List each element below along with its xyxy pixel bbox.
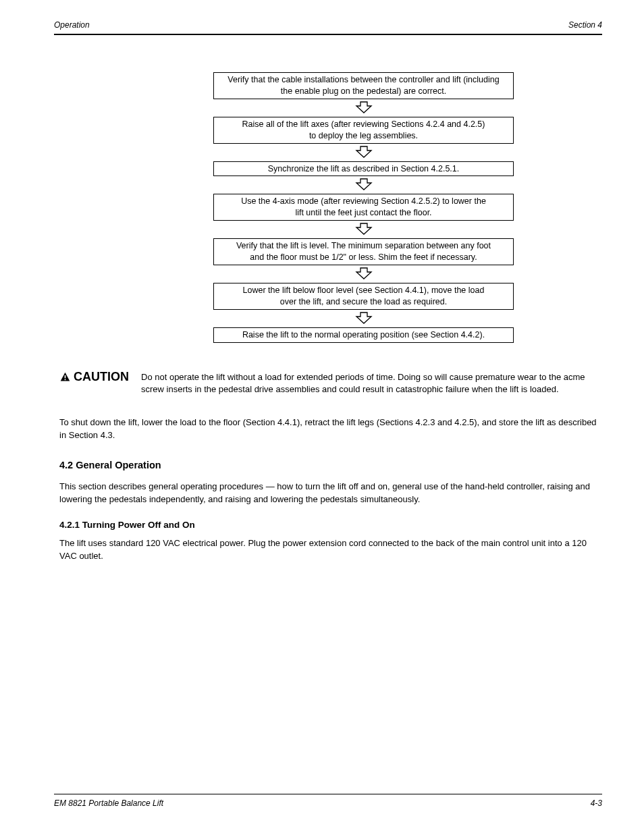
svg-rect-0 xyxy=(65,375,66,377)
flow-step-2: Raise all of the lift axes (after review… xyxy=(213,117,514,144)
flow-step-5: Verify that the lift is level. The minim… xyxy=(213,238,514,265)
heading-4-2: 4.2 General Operation xyxy=(59,460,602,470)
caution-label: CAUTION xyxy=(59,370,129,384)
flowchart: Verify that the cable installations betw… xyxy=(142,72,514,343)
page-footer: EM 8821 Portable Balance Lift 4-3 xyxy=(54,794,602,808)
svg-rect-1 xyxy=(65,379,66,380)
arrow-down-icon xyxy=(213,178,514,192)
arrow-down-icon xyxy=(213,101,514,115)
footer-right: 4-3 xyxy=(591,799,602,808)
arrow-down-icon xyxy=(213,311,514,326)
flow-step-7: Raise the lift to the normal operating p… xyxy=(213,327,514,343)
para-shutdown: To shut down the lift, lower the load to… xyxy=(54,416,602,442)
flow-step-3: Synchronize the lift as described in Sec… xyxy=(213,161,514,177)
page-header: Operation Section 4 xyxy=(54,20,602,35)
flow-step-6: Lower the lift below floor level (see Se… xyxy=(213,283,514,310)
footer-left: EM 8821 Portable Balance Lift xyxy=(54,799,163,808)
para-power: The lift uses standard 120 VAC electrica… xyxy=(54,537,602,563)
arrow-down-icon xyxy=(213,267,514,281)
caution-text: Do not operate the lift without a load f… xyxy=(141,370,602,396)
arrow-down-icon xyxy=(213,145,514,160)
arrow-down-icon xyxy=(213,222,514,237)
caution-block: CAUTION Do not operate the lift without … xyxy=(54,370,602,396)
header-right: Section 4 xyxy=(568,20,602,30)
flow-step-1: Verify that the cable installations betw… xyxy=(213,72,514,99)
warning-icon xyxy=(59,371,71,383)
para-general-op: This section describes general operating… xyxy=(54,480,602,506)
caution-word: CAUTION xyxy=(74,370,129,384)
header-left: Operation xyxy=(54,20,90,30)
flow-step-4: Use the 4-axis mode (after reviewing Sec… xyxy=(213,194,514,221)
heading-4-2-1: 4.2.1 Turning Power Off and On xyxy=(59,520,602,530)
